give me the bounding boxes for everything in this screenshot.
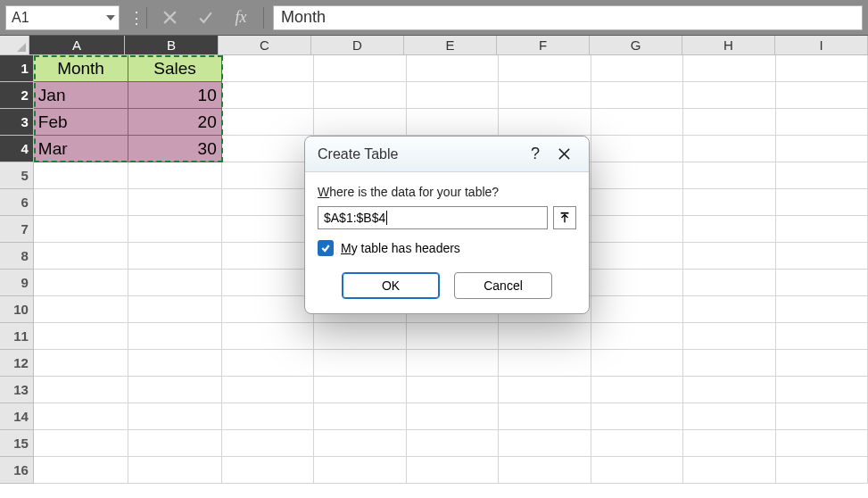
cell-C15[interactable] [222, 430, 314, 457]
cell-G12[interactable] [591, 350, 683, 377]
cell-H2[interactable] [683, 82, 775, 109]
cell-I13[interactable] [776, 377, 868, 403]
cell-H15[interactable] [683, 430, 775, 457]
cell-E12[interactable] [407, 350, 499, 377]
name-box[interactable]: A1 [5, 5, 120, 30]
cell-I14[interactable] [776, 403, 868, 430]
cell-B11[interactable] [128, 323, 221, 350]
cell-C13[interactable] [222, 377, 314, 403]
cell-I5[interactable] [776, 162, 868, 189]
cell-H11[interactable] [683, 323, 775, 350]
cancel-formula-button[interactable] [156, 5, 183, 30]
cell-I7[interactable] [776, 216, 868, 243]
cell-A5[interactable] [34, 162, 128, 189]
cell-E14[interactable] [407, 403, 499, 430]
row-header-3[interactable]: 3 [0, 109, 34, 136]
formula-input[interactable]: Month [273, 5, 863, 30]
cell-C11[interactable] [222, 323, 314, 350]
range-input[interactable]: $A$1:$B$4 [318, 206, 548, 229]
cell-C16[interactable] [222, 457, 314, 484]
cell-G14[interactable] [591, 403, 683, 430]
cancel-button[interactable]: Cancel [454, 272, 552, 299]
cell-G16[interactable] [591, 457, 683, 484]
column-header-I[interactable]: I [775, 36, 868, 55]
cell-A14[interactable] [34, 403, 128, 430]
cell-B15[interactable] [128, 430, 221, 457]
cell-A2[interactable]: Jan [34, 82, 128, 109]
cell-D11[interactable] [314, 323, 406, 350]
cell-I16[interactable] [776, 457, 868, 484]
cell-E16[interactable] [407, 457, 499, 484]
cell-H10[interactable] [683, 296, 775, 323]
headers-checkbox[interactable] [318, 240, 334, 256]
column-header-C[interactable]: C [219, 36, 311, 55]
cell-A8[interactable] [34, 243, 128, 270]
cell-G8[interactable] [591, 243, 683, 270]
cell-C3[interactable] [222, 109, 314, 136]
row-header-8[interactable]: 8 [0, 243, 34, 270]
cell-A12[interactable] [34, 350, 128, 377]
column-header-A[interactable]: A [29, 36, 125, 55]
cell-B5[interactable] [128, 162, 221, 189]
cell-F12[interactable] [499, 350, 591, 377]
cell-F3[interactable] [499, 109, 591, 136]
cell-B6[interactable] [128, 189, 221, 216]
ok-button[interactable]: OK [342, 272, 440, 299]
dialog-titlebar[interactable]: Create Table ? [305, 137, 589, 172]
cell-H16[interactable] [683, 457, 775, 484]
cell-D1[interactable] [314, 55, 406, 82]
cell-H1[interactable] [683, 55, 775, 82]
cell-G4[interactable] [591, 136, 683, 162]
row-header-7[interactable]: 7 [0, 216, 34, 243]
cell-C7[interactable] [222, 216, 314, 243]
chevron-down-icon[interactable] [106, 15, 115, 21]
cell-I10[interactable] [776, 296, 868, 323]
cell-H3[interactable] [683, 109, 775, 136]
cell-H12[interactable] [683, 350, 775, 377]
cell-A16[interactable] [34, 457, 128, 484]
row-header-4[interactable]: 4 [0, 136, 34, 162]
row-header-11[interactable]: 11 [0, 323, 34, 350]
fx-button[interactable]: fx [227, 5, 254, 30]
cell-A1[interactable]: Month [34, 55, 128, 82]
cell-G6[interactable] [591, 189, 683, 216]
cell-G7[interactable] [591, 216, 683, 243]
cell-B12[interactable] [128, 350, 221, 377]
cell-F2[interactable] [499, 82, 591, 109]
cell-D13[interactable] [314, 377, 406, 403]
cell-I8[interactable] [776, 243, 868, 270]
cell-A4[interactable]: Mar [34, 136, 128, 162]
cell-I6[interactable] [776, 189, 868, 216]
row-header-1[interactable]: 1 [0, 55, 34, 82]
cell-I11[interactable] [776, 323, 868, 350]
row-header-16[interactable]: 16 [0, 457, 34, 484]
cell-C9[interactable] [222, 270, 314, 296]
cell-E11[interactable] [407, 323, 499, 350]
cell-D14[interactable] [314, 403, 406, 430]
cell-C4[interactable] [222, 136, 314, 162]
column-header-E[interactable]: E [404, 36, 497, 55]
cell-B3[interactable]: 20 [128, 109, 221, 136]
cell-E1[interactable] [407, 55, 499, 82]
row-header-12[interactable]: 12 [0, 350, 34, 377]
cell-H4[interactable] [683, 136, 775, 162]
cell-A9[interactable] [34, 270, 128, 296]
cell-C1[interactable] [222, 55, 314, 82]
cell-B13[interactable] [128, 377, 221, 403]
row-header-13[interactable]: 13 [0, 377, 34, 403]
cell-G5[interactable] [591, 162, 683, 189]
cell-I9[interactable] [776, 270, 868, 296]
cell-G13[interactable] [591, 377, 683, 403]
close-button[interactable] [550, 140, 578, 169]
cell-G10[interactable] [591, 296, 683, 323]
cell-B14[interactable] [128, 403, 221, 430]
row-header-5[interactable]: 5 [0, 162, 34, 189]
cell-B10[interactable] [128, 296, 221, 323]
cell-H6[interactable] [683, 189, 775, 216]
column-header-D[interactable]: D [311, 36, 404, 55]
cell-A6[interactable] [34, 189, 128, 216]
cell-I15[interactable] [776, 430, 868, 457]
cell-D12[interactable] [314, 350, 406, 377]
cell-E15[interactable] [407, 430, 499, 457]
drag-handle-icon[interactable]: ⋮ [128, 13, 137, 22]
